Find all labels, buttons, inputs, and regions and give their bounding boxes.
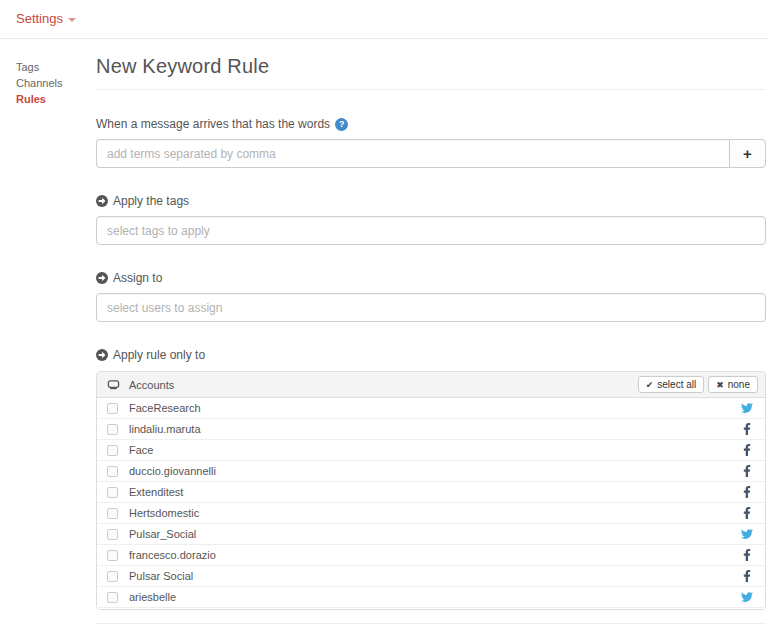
facebook-icon	[741, 570, 753, 582]
account-checkbox[interactable]	[107, 592, 118, 603]
circle-arrow-icon	[96, 349, 108, 361]
circle-arrow-icon	[96, 272, 108, 284]
settings-dropdown-label: Settings	[16, 11, 63, 26]
account-name: lindaliu.maruta	[129, 423, 201, 435]
settings-sidebar: Tags Channels Rules	[0, 39, 96, 627]
top-bar: Settings	[0, 0, 768, 39]
account-row[interactable]: lindaliu.maruta	[97, 419, 765, 440]
twitter-icon	[741, 402, 753, 414]
help-icon[interactable]: ?	[335, 118, 348, 131]
account-row[interactable]: duccio.giovannelli	[97, 461, 765, 482]
accounts-panel: Accounts ✔ select all ✖ none FaceResearc…	[96, 371, 766, 610]
keywords-input[interactable]	[96, 139, 729, 168]
facebook-icon	[741, 444, 753, 456]
check-icon: ✔	[646, 380, 654, 390]
account-checkbox[interactable]	[107, 487, 118, 498]
facebook-icon	[741, 486, 753, 498]
account-row[interactable]: TempTwitterUser1197	[97, 608, 765, 609]
account-checkbox[interactable]	[107, 508, 118, 519]
account-checkbox[interactable]	[107, 529, 118, 540]
account-name: FaceResearch	[129, 402, 201, 414]
tags-input[interactable]	[96, 216, 766, 245]
twitter-icon	[741, 591, 753, 603]
account-name: Pulsar_Social	[129, 528, 196, 540]
keywords-label: When a message arrives that has the word…	[96, 117, 766, 131]
sidebar-item-channels[interactable]: Channels	[16, 75, 96, 91]
accounts-list[interactable]: FaceResearch lindaliu.maruta Face duccio…	[97, 398, 765, 609]
account-name: francesco.dorazio	[129, 549, 216, 561]
accounts-panel-header: Accounts ✔ select all ✖ none	[97, 372, 765, 398]
facebook-icon	[741, 507, 753, 519]
account-name: ariesbelle	[129, 591, 176, 603]
select-none-button[interactable]: ✖ none	[708, 376, 758, 393]
circle-arrow-icon	[96, 195, 108, 207]
account-name: Extenditest	[129, 486, 183, 498]
account-checkbox[interactable]	[107, 466, 118, 477]
caret-down-icon	[68, 18, 76, 22]
apply-tags-label: Apply the tags	[96, 194, 766, 208]
facebook-icon	[741, 465, 753, 477]
account-checkbox[interactable]	[107, 424, 118, 435]
account-row[interactable]: Hertsdomestic	[97, 503, 765, 524]
new-keyword-rule-form: New Keyword Rule When a message arrives …	[96, 39, 768, 627]
sidebar-item-rules[interactable]: Rules	[16, 91, 96, 107]
account-row[interactable]: francesco.dorazio	[97, 545, 765, 566]
account-row[interactable]: Extenditest	[97, 482, 765, 503]
account-checkbox[interactable]	[107, 403, 118, 414]
facebook-icon	[741, 423, 753, 435]
account-checkbox[interactable]	[107, 445, 118, 456]
facebook-icon	[741, 549, 753, 561]
account-row[interactable]: ariesbelle	[97, 587, 765, 608]
account-row[interactable]: FaceResearch	[97, 398, 765, 419]
select-all-button[interactable]: ✔ select all	[638, 376, 704, 393]
assign-input[interactable]	[96, 293, 766, 322]
add-keyword-button[interactable]: +	[729, 139, 766, 168]
account-row[interactable]: Pulsar_Social	[97, 524, 765, 545]
account-name: duccio.giovannelli	[129, 465, 216, 477]
assign-to-label: Assign to	[96, 271, 766, 285]
accounts-header-label: Accounts	[129, 379, 174, 391]
form-divider	[96, 623, 766, 624]
accounts-icon	[107, 379, 120, 391]
settings-dropdown[interactable]: Settings	[16, 11, 76, 26]
account-row[interactable]: Face	[97, 440, 765, 461]
account-name: Face	[129, 444, 153, 456]
account-name: Hertsdomestic	[129, 507, 199, 519]
page-title: New Keyword Rule	[96, 55, 766, 78]
apply-rule-only-to-label: Apply rule only to	[96, 348, 766, 362]
account-row[interactable]: Pulsar Social	[97, 566, 765, 587]
account-checkbox[interactable]	[107, 550, 118, 561]
x-icon: ✖	[716, 380, 724, 390]
account-name: Pulsar Social	[129, 570, 193, 582]
sidebar-item-tags[interactable]: Tags	[16, 59, 96, 75]
account-checkbox[interactable]	[107, 571, 118, 582]
title-divider	[96, 89, 766, 90]
twitter-icon	[741, 528, 753, 540]
